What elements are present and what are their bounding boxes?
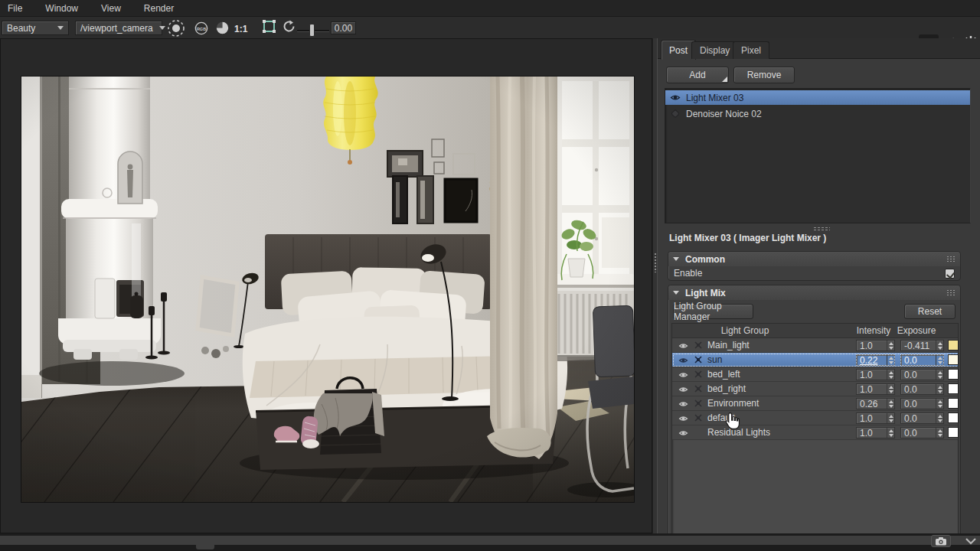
imager-list-item[interactable]: Light Mixer 03 (665, 90, 970, 105)
spinner-arrows-icon[interactable] (936, 341, 943, 350)
rgb-channels-icon[interactable]: RGB (194, 21, 208, 37)
camera-select[interactable]: /viewport_camera (75, 21, 162, 35)
light-group-manager-button[interactable]: Light Group Manager (673, 304, 753, 319)
bedroom-render-scene: 8 B (21, 77, 634, 502)
intensity-value: 1.0 (857, 341, 887, 351)
intensity-spinbox[interactable]: 0.26 (856, 398, 895, 409)
aov-select[interactable]: Beauty (2, 21, 69, 35)
expand-chevron-icon[interactable] (965, 536, 977, 547)
intensity-spinbox[interactable]: 1.0 (856, 412, 895, 424)
eye-icon[interactable] (678, 356, 688, 367)
toolbar: Beauty /viewport_camera RGB 1:1 0.00 (0, 17, 980, 38)
intensity-value: 0.26 (857, 399, 887, 409)
enable-row: Enable (668, 266, 960, 280)
svg-text:RGB: RGB (197, 27, 206, 31)
exposure-spinbox[interactable]: 0.0 (900, 427, 944, 439)
exposure-spinbox[interactable]: -0.411 (900, 340, 944, 351)
exposure-spinbox[interactable]: 0.0 (900, 354, 944, 366)
spinner-arrows-icon[interactable] (936, 384, 943, 394)
spinner-arrows-icon[interactable] (887, 370, 894, 380)
light-group-row[interactable]: sun 0.22 0.0 (672, 353, 958, 367)
exposure-spinbox[interactable]: 0.0 (900, 398, 944, 409)
menu-file[interactable]: File (8, 3, 22, 14)
eye-icon[interactable] (670, 93, 681, 103)
intensity-spinbox[interactable]: 1.0 (856, 369, 895, 380)
intensity-spinbox[interactable]: 1.0 (856, 383, 895, 395)
remove-imager-button[interactable]: Remove (733, 67, 795, 83)
tab-pixel[interactable]: Pixel (733, 41, 769, 59)
reset-button[interactable]: Reset (904, 304, 956, 319)
common-section-header[interactable]: Common (668, 252, 960, 266)
exposure-value: 0.0 (901, 413, 936, 424)
spinner-arrows-icon[interactable] (936, 355, 943, 365)
eye-icon[interactable] (678, 370, 688, 381)
spinner-arrows-icon[interactable] (936, 413, 943, 423)
eye-icon[interactable] (678, 399, 688, 410)
light-group-row[interactable]: Main_light 1.0 -0.411 (672, 338, 958, 353)
add-imager-button[interactable]: Add (666, 67, 729, 83)
exposure-spinbox[interactable]: 0.0 (900, 383, 944, 395)
drag-grid-icon[interactable] (946, 289, 956, 296)
selected-imager-title: Light Mixer 03 ( Imager Light Mixer ) (669, 233, 826, 243)
exposure-spinbox[interactable]: 0.0 (900, 369, 944, 380)
light-group-row[interactable]: bed_left 1.0 0.0 (672, 367, 958, 382)
enable-checkbox[interactable] (945, 269, 955, 279)
snapshot-camera-button[interactable] (931, 535, 951, 547)
eye-icon[interactable] (678, 429, 688, 439)
drag-grid-icon[interactable] (946, 256, 956, 262)
color-swatch[interactable] (948, 354, 959, 365)
rendered-image: 8 B (21, 77, 634, 502)
refresh-icon[interactable] (282, 19, 296, 36)
color-swatch[interactable] (948, 340, 959, 350)
region-render-icon[interactable] (262, 19, 276, 36)
zoom-ratio-label[interactable]: 1:1 (234, 24, 247, 34)
tab-display[interactable]: Display (691, 41, 738, 59)
color-swatch[interactable] (948, 369, 959, 380)
eye-icon[interactable] (678, 385, 688, 396)
light-group-row[interactable]: Environment 0.26 0.0 (672, 396, 958, 411)
spinner-arrows-icon[interactable] (887, 413, 894, 423)
spinner-arrows-icon[interactable] (936, 399, 943, 409)
light-mix-section-header[interactable]: Light Mix (668, 285, 960, 300)
menu-window[interactable]: Window (45, 3, 78, 14)
intensity-spinbox[interactable]: 0.22 (856, 354, 895, 366)
color-swatch[interactable] (948, 427, 959, 438)
light-group-row[interactable]: bed_right 1.0 0.0 (672, 382, 958, 396)
timeline-handle[interactable] (196, 545, 214, 549)
eye-icon[interactable] (678, 341, 688, 352)
panel-splitter[interactable] (652, 38, 658, 533)
intensity-spinbox[interactable]: 1.0 (856, 340, 895, 351)
exposure-input[interactable]: 0.00 (331, 21, 356, 34)
snapshot-compare-icon[interactable] (216, 21, 229, 37)
exposure-spinbox[interactable]: 0.0 (900, 412, 944, 424)
render-ipr-icon[interactable] (167, 19, 185, 40)
imager-list-item[interactable]: Denoiser Noice 02 (665, 106, 970, 121)
imager-list: Light Mixer 03 Denoiser Noice 02 (665, 88, 971, 223)
eye-icon[interactable] (678, 414, 688, 425)
section-common: Common Enable (668, 251, 961, 281)
spinner-arrows-icon[interactable] (887, 428, 894, 438)
intensity-spinbox[interactable]: 1.0 (856, 427, 895, 439)
color-swatch[interactable] (948, 398, 959, 409)
exposure-value: 0.0 (901, 370, 936, 380)
chevron-down-icon (159, 26, 165, 30)
render-viewport[interactable]: 8 B (0, 38, 652, 533)
light-group-row[interactable]: default 1.0 0.0 (672, 411, 958, 425)
light-group-row[interactable]: Residual Lights 1.0 0.0 (672, 425, 958, 440)
list-splitter-grip[interactable] (813, 227, 830, 231)
menu-view[interactable]: View (101, 3, 121, 14)
spinner-arrows-icon[interactable] (887, 341, 894, 350)
spinner-arrows-icon[interactable] (936, 428, 943, 438)
bottom-strip (0, 536, 980, 545)
exposure-slider-handle[interactable] (309, 24, 315, 37)
color-swatch[interactable] (948, 412, 959, 423)
spinner-arrows-icon[interactable] (887, 384, 894, 394)
hidden-eye-icon[interactable] (670, 109, 681, 119)
light-type-icon (694, 413, 703, 425)
spinner-arrows-icon[interactable] (936, 370, 943, 380)
spinner-arrows-icon[interactable] (887, 399, 894, 409)
color-swatch[interactable] (948, 383, 959, 394)
imager-panel: Post Display Pixel Add Remove Light Mixe… (658, 38, 980, 533)
spinner-arrows-icon[interactable] (887, 355, 894, 365)
menu-render[interactable]: Render (144, 3, 174, 14)
